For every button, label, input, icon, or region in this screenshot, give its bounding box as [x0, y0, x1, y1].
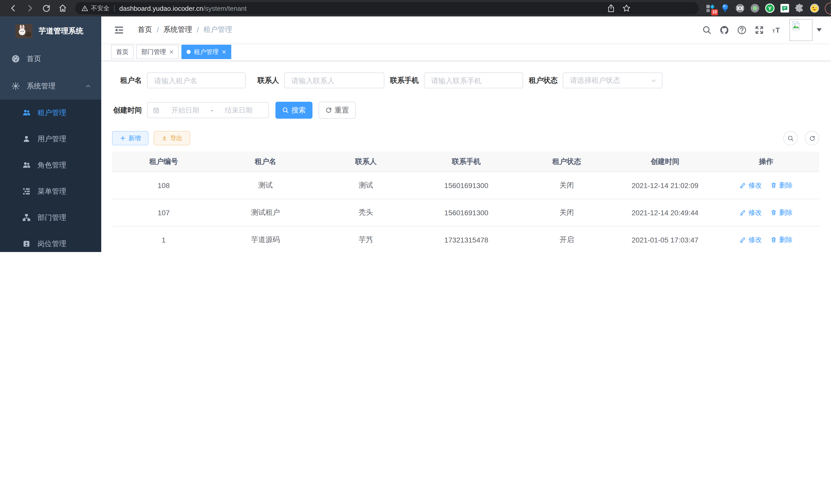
toggle-search-button[interactable] [783, 131, 798, 145]
back-icon[interactable] [9, 4, 18, 13]
cell-contact: 测试 [316, 172, 416, 199]
system-submenu: 租户管理 用户管理 角色管理 菜单管理 [0, 100, 101, 252]
cell-name: 芋道源码 [215, 226, 316, 252]
breadcrumb-separator: / [157, 26, 159, 34]
sidebar-logo[interactable]: 芋道管理系统 [0, 17, 101, 45]
trash-icon [770, 237, 777, 243]
puzzle-icon[interactable] [795, 3, 805, 13]
edit-link[interactable]: 修改 [740, 208, 762, 217]
close-icon[interactable]: ✕ [169, 49, 174, 55]
create-time-label: 创建时间 [112, 106, 142, 115]
security-label: 不安全 [91, 4, 110, 12]
main-panel: 首页 / 系统管理 / 租户管理 TT [101, 17, 831, 252]
browser-toolbar: 不安全 dashboard.yudao.iocoder.cn/system/te… [0, 0, 831, 17]
filter-row-2: 创建时间 开始日期 - 结束日期 搜索 重置 [112, 102, 819, 119]
cell-id: 107 [112, 199, 215, 226]
avatar-caret-icon[interactable] [816, 28, 822, 32]
url-path: /system/tenant [203, 4, 247, 12]
url-host: dashboard.yudao.iocoder.cn [119, 4, 203, 12]
delete-link[interactable]: 删除 [770, 235, 793, 244]
user-icon [22, 135, 31, 143]
phone-input[interactable] [424, 72, 523, 88]
reload-icon[interactable] [41, 4, 51, 13]
extension-grid-icon[interactable]: 10 [705, 3, 715, 13]
broken-image-icon [791, 20, 802, 31]
emoji-icon[interactable] [809, 3, 820, 13]
cell-contact: 秃头 [316, 199, 416, 226]
sidebar-item-role[interactable]: 角色管理 [0, 152, 101, 178]
warning-icon [81, 5, 88, 12]
sidebar-item-post[interactable]: 岗位管理 [0, 231, 101, 252]
map-pin-icon[interactable] [720, 3, 730, 13]
sidebar-item-home[interactable]: 首页 [0, 45, 101, 72]
cell-phone: 15601691300 [416, 172, 516, 199]
sidebar-item-menu[interactable]: 菜单管理 [0, 178, 101, 205]
sidebar-item-system[interactable]: 系统管理 [0, 72, 101, 100]
reset-button-label: 重置 [335, 106, 349, 115]
end-date-placeholder: 结束日期 [214, 106, 263, 115]
sidebar-fold-icon[interactable] [114, 25, 124, 35]
yudao-icon[interactable]: Y [765, 3, 775, 13]
edit-link[interactable]: 修改 [740, 181, 762, 190]
sidebar-item-tenant[interactable]: 租户管理 [0, 100, 101, 126]
breadcrumb-current: 租户管理 [203, 25, 232, 34]
search-button-label: 搜索 [291, 106, 306, 115]
export-button[interactable]: 导出 [154, 131, 190, 145]
refresh-table-button[interactable] [805, 131, 819, 145]
gear-icon [11, 82, 20, 90]
address-bar[interactable]: 不安全 dashboard.yudao.iocoder.cn/system/te… [75, 2, 699, 14]
breadcrumb-home[interactable]: 首页 [138, 25, 152, 34]
cell-created: 2021-12-14 20:49:44 [617, 199, 713, 226]
security-indicator[interactable]: 不安全 [81, 4, 110, 12]
font-size-icon[interactable]: TT [772, 25, 782, 35]
reset-button[interactable]: 重置 [319, 102, 355, 119]
add-button[interactable]: 新增 [112, 131, 148, 145]
page-content: 租户名 联系人 联系手机 租户状态 请选择租户状态 创建时间 [101, 61, 831, 252]
edit-link[interactable]: 修改 [740, 235, 762, 244]
column-header: 租户状态 [516, 152, 617, 172]
browser-update-button[interactable]: 更新 [825, 2, 831, 14]
forward-icon[interactable] [25, 4, 34, 13]
chat-icon[interactable] [780, 3, 790, 13]
download-icon [161, 135, 168, 141]
breadcrumb-system[interactable]: 系统管理 [164, 25, 192, 34]
contact-input[interactable] [284, 72, 384, 88]
edit-icon [740, 237, 746, 243]
status-select[interactable]: 请选择租户状态 [563, 72, 662, 88]
sidebar-item-label: 岗位管理 [37, 239, 66, 248]
help-icon[interactable] [737, 25, 747, 35]
create-time-range-picker[interactable]: 开始日期 - 结束日期 [147, 102, 269, 118]
sidebar-item-label: 部门管理 [37, 213, 66, 222]
command-icon[interactable] [735, 3, 745, 13]
home-icon[interactable] [58, 4, 67, 13]
share-icon[interactable] [606, 4, 616, 13]
extensions-row: 10 Y [705, 3, 820, 13]
delete-link[interactable]: 删除 [770, 208, 793, 217]
avatar[interactable] [790, 19, 812, 41]
delete-link[interactable]: 删除 [770, 181, 793, 190]
sidebar-item-user[interactable]: 用户管理 [0, 126, 101, 152]
tag-home[interactable]: 首页 [111, 45, 134, 59]
cell-contact: 芋艿 [316, 226, 416, 252]
cell-name: 测试 [215, 172, 316, 199]
close-icon[interactable]: ✕ [222, 49, 226, 55]
sidebar-item-label: 首页 [27, 54, 41, 63]
sidebar-item-dept[interactable]: 部门管理 [0, 205, 101, 231]
badge-icon [22, 239, 31, 248]
trash-icon [770, 182, 777, 189]
header-search-icon[interactable] [702, 25, 712, 35]
cell-phone: 15601691300 [416, 199, 516, 226]
github-icon[interactable] [719, 25, 729, 35]
recorder-icon[interactable] [750, 3, 760, 13]
cell-status: 开启 [516, 226, 617, 252]
tag-dept[interactable]: 部门管理 ✕ [136, 45, 179, 59]
tag-tenant[interactable]: 租户管理 ✕ [181, 45, 231, 59]
search-icon [787, 135, 794, 142]
search-button[interactable]: 搜索 [276, 102, 312, 119]
tenant-name-input[interactable] [147, 72, 246, 88]
cell-created: 2021-12-14 21:02:09 [617, 172, 713, 199]
fullscreen-icon[interactable] [754, 25, 764, 35]
table-tools [783, 131, 819, 145]
bookmark-star-icon[interactable] [622, 4, 631, 13]
navbar-actions: TT [694, 19, 822, 41]
